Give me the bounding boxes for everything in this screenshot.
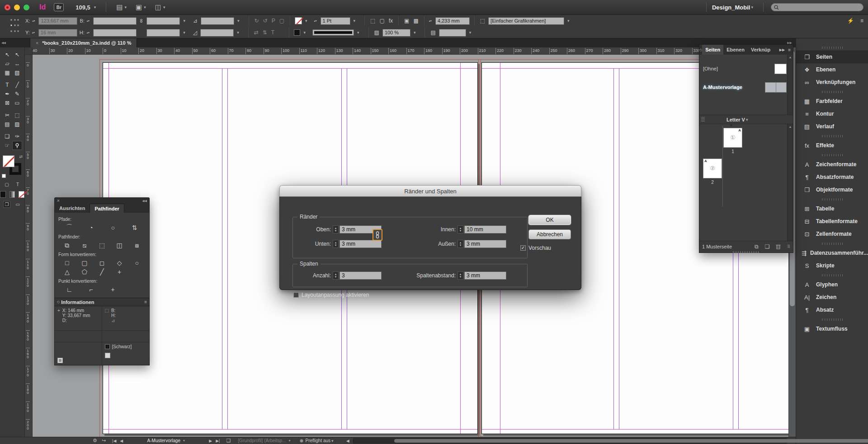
preview-checkbox[interactable]: ✓ Vorschau [520,245,551,251]
preview-mode-button[interactable]: ▭ [14,201,21,208]
collapse-left-icon[interactable]: ◀◀ [1,41,5,45]
dock-item-zeichen[interactable]: A|Zeichen [796,291,868,304]
rotate-cw-icon[interactable]: ↻ [254,18,260,24]
vertical-ruler[interactable]: 0102030405060708090100110120130140150160… [25,55,33,437]
content-placer-tool[interactable]: ▧ [12,68,22,77]
minimize-window-button[interactable] [14,5,20,10]
fill-indicator-none[interactable] [3,155,14,167]
dock-item-zellenformate[interactable]: ⊡Zellenformate [796,228,868,240]
object-style-icon[interactable]: ⬚ [479,18,486,24]
column-guide[interactable] [619,68,619,429]
convert-bevel-rect-icon[interactable]: ◻ [99,258,105,267]
scissors-tool[interactable]: ✂ [2,111,12,120]
master-a-thumbnail[interactable] [765,82,787,93]
dock-group-grip[interactable] [822,135,843,137]
gradient-tool[interactable]: ▤ [2,120,12,129]
next-page-icon[interactable]: ▶ [209,439,212,443]
frame-tool[interactable]: ⊠ [2,98,12,107]
intersect-shapes-icon[interactable]: ⬚ [99,241,105,250]
screen-mode-icon[interactable]: ▣ [136,3,142,11]
line-tool[interactable]: ╱ [12,80,22,89]
dock-item-seiten[interactable]: ❐Seiten [796,51,868,63]
panel-resize-grip[interactable] [733,251,760,253]
fill-stroke-widget[interactable]: ⇄ [2,154,23,178]
document-tab[interactable]: × *books_210x210mm_2s.indd @ 110 % [30,38,137,47]
tab-seiten[interactable]: Seiten [702,45,723,55]
scale-x-field[interactable] [146,17,180,25]
height-field[interactable] [93,29,137,37]
default-fill-stroke-icon[interactable] [2,174,6,178]
unten-stepper[interactable]: ▲▼ [333,240,339,248]
convert-inverse-rounded-icon[interactable]: ◇ [117,258,122,267]
join-path-icon[interactable]: ⌒ [66,223,72,232]
ok-button[interactable]: OK [528,215,571,225]
info-collapse-diamond-icon[interactable]: ◇ [57,300,60,304]
wrap-jump-icon[interactable]: ▤ [429,29,436,36]
aussen-field[interactable]: 3 mm [464,240,506,248]
formatting-affects-text-button[interactable]: T [14,181,21,188]
margin-guide[interactable] [482,429,788,430]
sync-settings-icon[interactable]: ⚙ [93,438,97,444]
subtract-shapes-icon[interactable]: ⧅ [82,241,86,250]
horizontal-scrollbar-thumb[interactable] [394,439,868,443]
convert-rounded-rect-icon[interactable]: ▢ [81,258,87,267]
x-field[interactable]: 123,667 mm [38,17,77,25]
dock-item-farbfelder[interactable]: ▦Farbfelder [796,95,868,107]
dock-item-verkn-pfungen[interactable]: ∞Verknüpfungen [796,76,868,89]
note-tool[interactable]: ❏ [2,132,12,141]
previous-page-icon[interactable]: ◀ [120,439,123,443]
dock-group-grip[interactable] [822,47,843,49]
convert-corner-point-icon[interactable]: ⌐ [89,285,93,294]
zoom-window-button[interactable] [24,5,29,10]
close-panel-icon[interactable]: × [57,199,60,203]
page-1-thumbnail[interactable]: A ① [723,128,742,148]
new-page-icon[interactable]: ❏ [765,243,770,250]
bridge-button[interactable]: Br [54,3,64,11]
apply-gradient-button[interactable] [9,191,15,198]
select-content-icon[interactable]: T [270,29,275,36]
master-item-a[interactable]: A-Mustervorlage [699,78,787,96]
flip-horizontal-icon[interactable]: ⇄ [253,29,259,36]
pencil-tool[interactable]: ✎ [12,89,22,98]
dock-item-verlauf[interactable]: ▤Verlauf [796,120,868,133]
horizontal-scrollbar[interactable] [353,438,788,444]
stroke-weight-field[interactable]: 1 Pt [321,17,350,25]
dock-item-ebenen[interactable]: ❖Ebenen [796,63,868,76]
reference-point-proxy[interactable] [9,18,21,36]
shear-field[interactable] [200,29,234,37]
spaltenabstand-field[interactable]: 3 mm [464,271,506,280]
first-page-icon[interactable]: |◀ [112,439,116,443]
convert-line-icon[interactable]: ╱ [100,267,104,276]
page-tool[interactable]: ▱ [2,59,12,68]
eyedropper-tool[interactable]: ✑ [12,132,22,141]
page-size-preset[interactable]: Letter V [726,117,745,122]
resize-grip-icon[interactable]: ⠿ [787,244,790,249]
preflight-profile-dropdown[interactable]: [Grundprofil] (Arbeitsp...▾ [238,438,290,443]
panel-menu-icon[interactable]: ≡ [859,18,864,24]
convert-smooth-point-icon[interactable]: + [111,285,115,294]
width-stepper[interactable]: ▴▾ [87,20,91,22]
unten-field[interactable]: 3 mm [340,240,382,248]
dock-item-datenzusammenf-hr-[interactable]: ⇶Datenzusammenführ... [796,247,868,259]
dock-group-grip[interactable] [822,154,843,156]
exclude-overlap-icon[interactable]: ◫ [116,241,122,250]
delete-page-icon[interactable] [776,244,781,249]
zoom-level-value[interactable]: 109,5 [75,4,90,11]
page-1-label[interactable]: 1 [723,149,742,154]
rectangle-tool[interactable]: ▭ [12,98,22,107]
y-stepper[interactable]: ▴▾ [32,32,36,34]
dock-item-skripte[interactable]: SSkripte [796,259,868,272]
convert-orthogonal-line-icon[interactable]: + [118,267,121,276]
horizontal-ruler[interactable]: 4030201001020304050607080901001101201301… [25,47,788,55]
wrap-options-dropdown[interactable] [439,29,466,37]
column-guide[interactable] [613,68,614,429]
height-stepper[interactable]: ▴▾ [87,32,91,34]
object-style-dropdown[interactable]: [Einfacher Grafikrahmen] [488,17,564,25]
dock-item-tabellenformate[interactable]: ⊟Tabellenformate [796,215,868,228]
close-path-icon[interactable]: ◔ [89,223,93,232]
wrap-none-icon[interactable]: ▣ [403,18,410,24]
gradient-feather-tool[interactable]: ▨ [12,120,22,129]
aussen-stepper[interactable]: ▲▼ [458,240,463,248]
innen-stepper[interactable]: ▲▼ [458,225,463,234]
selection-tool[interactable]: ↖ [2,50,12,59]
